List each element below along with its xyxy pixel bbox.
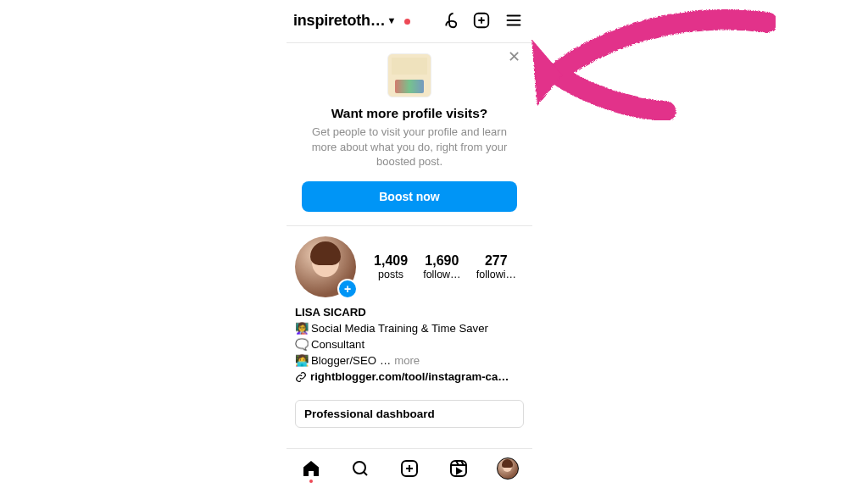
promo-title: Want more profile visits? bbox=[295, 106, 524, 121]
stat-followers[interactable]: 1,690 follow… bbox=[423, 253, 460, 280]
stat-following[interactable]: 277 followi… bbox=[476, 253, 516, 280]
bio-more-link[interactable]: more bbox=[394, 352, 420, 369]
reels-icon bbox=[448, 458, 469, 479]
username: inspiretoth… bbox=[293, 12, 386, 30]
svg-point-1 bbox=[353, 462, 365, 474]
bio-link[interactable]: rightblogger.com/tool/instagram-ca… bbox=[295, 369, 524, 385]
hamburger-menu-icon[interactable] bbox=[502, 8, 526, 32]
chevron-down-icon: ▼ bbox=[387, 15, 397, 25]
bottom-nav bbox=[287, 448, 532, 488]
annotation-arrow-icon bbox=[521, 5, 776, 141]
promo-post-thumbnail bbox=[387, 53, 431, 97]
search-tab[interactable] bbox=[349, 458, 371, 480]
create-icon bbox=[399, 458, 420, 479]
promo-body: Get people to visit your profile and lea… bbox=[310, 125, 509, 169]
bio-line-1: 👩‍🏫 Social Media Training & Time Saver bbox=[295, 320, 524, 336]
top-bar: inspiretoth… ▼ bbox=[287, 0, 532, 43]
create-tab[interactable] bbox=[398, 458, 420, 480]
svg-rect-3 bbox=[451, 461, 466, 476]
woman-teacher-emoji-icon: 👩‍🏫 bbox=[295, 320, 308, 336]
profile-header: 1,409 posts 1,690 follow… 277 followi… L… bbox=[287, 226, 532, 392]
bio-line-3: 👩‍💻 Blogger/SEO… more bbox=[295, 352, 524, 369]
notification-dot-icon bbox=[309, 480, 313, 483]
search-icon bbox=[350, 458, 370, 479]
instagram-profile-screen: inspiretoth… ▼ ✕ bbox=[287, 0, 532, 488]
close-icon[interactable]: ✕ bbox=[503, 47, 526, 67]
notification-dot-icon bbox=[404, 19, 410, 25]
boost-promo-card: ✕ Want more profile visits? Get people t… bbox=[287, 43, 532, 226]
profile-avatar-icon bbox=[497, 458, 519, 480]
bio-link-text: rightblogger.com/tool/instagram-ca… bbox=[310, 369, 509, 385]
account-switcher[interactable]: inspiretoth… ▼ bbox=[293, 12, 399, 30]
home-icon bbox=[301, 458, 321, 479]
boost-now-button[interactable]: Boost now bbox=[302, 181, 517, 212]
stat-posts[interactable]: 1,409 posts bbox=[374, 253, 408, 280]
bio-line-2: 🗨️ Consultant bbox=[295, 336, 524, 352]
speech-bubble-emoji-icon: 🗨️ bbox=[295, 336, 308, 352]
profile-stats: 1,409 posts 1,690 follow… 277 followi… bbox=[366, 253, 524, 280]
home-tab[interactable] bbox=[300, 458, 322, 480]
threads-icon[interactable] bbox=[437, 8, 461, 32]
add-story-icon[interactable] bbox=[337, 279, 358, 299]
link-icon bbox=[295, 371, 307, 383]
laptop-woman-emoji-icon: 👩‍💻 bbox=[295, 352, 308, 369]
profile-tab[interactable] bbox=[497, 458, 519, 480]
professional-dashboard-button[interactable]: Professional dashboard bbox=[295, 400, 524, 428]
reels-tab[interactable] bbox=[448, 458, 470, 480]
create-post-icon[interactable] bbox=[470, 8, 493, 32]
profile-bio: LISA SICARD 👩‍🏫 Social Media Training & … bbox=[295, 304, 524, 385]
profile-avatar[interactable] bbox=[295, 236, 356, 297]
display-name: LISA SICARD bbox=[295, 304, 524, 320]
